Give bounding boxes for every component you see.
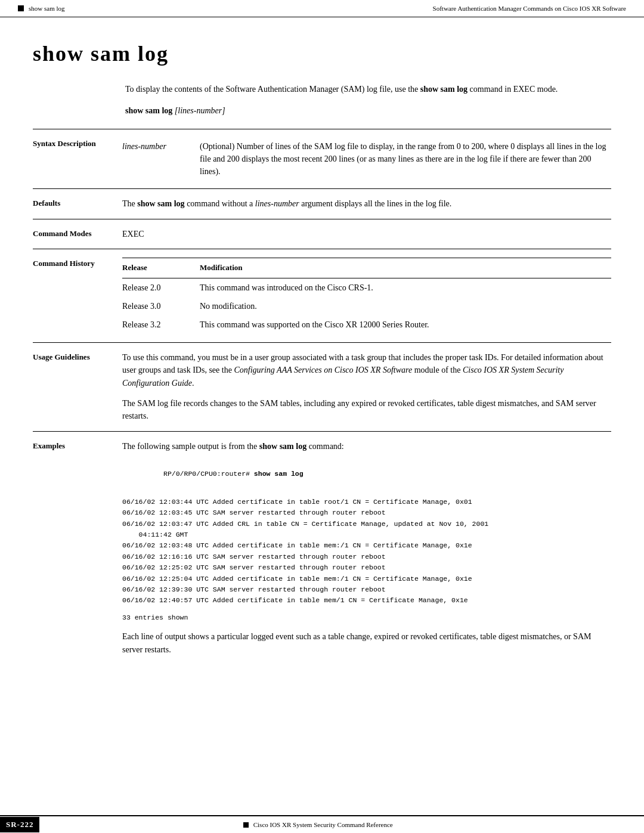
- usage-guidelines-section: Usage Guidelines To use this command, yo…: [33, 342, 611, 431]
- syntax-table: lines-number (Optional) Number of lines …: [122, 138, 611, 180]
- command-modes-content: EXEC: [122, 228, 611, 241]
- defaults-bold: show sam log: [137, 199, 184, 208]
- footer-center: Cisco IOS XR System Security Command Ref…: [231, 816, 405, 833]
- history-release: Release 3.2: [122, 315, 200, 334]
- syntax-rest: [lines-number]: [172, 106, 225, 115]
- syntax-line: show sam log [lines-number]: [125, 106, 611, 116]
- usage-para1: To use this command, you must be in a us…: [122, 351, 611, 390]
- footer-center-text: Cisco IOS XR System Security Command Ref…: [253, 821, 393, 828]
- syntax-description-content: lines-number (Optional) Number of lines …: [122, 138, 611, 180]
- description: To display the contents of the Software …: [125, 83, 611, 95]
- defaults-italic: lines-number: [255, 199, 299, 208]
- code-command: show sam log: [254, 470, 304, 478]
- description-bold: show sam log: [420, 85, 467, 94]
- syntax-desc: (Optional) Number of lines of the SAM lo…: [200, 138, 611, 180]
- command-modes-section: Command Modes EXEC: [33, 219, 611, 249]
- usage-para2: The SAM log file records changes to the …: [122, 397, 611, 423]
- history-table-row: Release 3.2This command was supported on…: [122, 315, 611, 334]
- command-history-section: Command History Release Modification Rel…: [33, 249, 611, 342]
- footer-square-icon: [243, 822, 249, 828]
- history-modification: This command was introduced on the Cisco…: [200, 278, 611, 297]
- footer: SR-222 Cisco IOS XR System Security Comm…: [0, 815, 644, 833]
- syntax-description-section: Syntax Description lines-number (Optiona…: [33, 129, 611, 188]
- entries-shown: 33 entries shown: [122, 612, 611, 623]
- header-right-text: Software Authentication Manager Commands…: [433, 5, 626, 12]
- history-release: Release 3.0: [122, 297, 200, 315]
- page-title: show sam log: [33, 41, 611, 66]
- syntax-param: lines-number: [122, 138, 200, 180]
- history-table-row: Release 2.0This command was introduced o…: [122, 278, 611, 297]
- footer-badge: SR-222: [0, 817, 39, 832]
- history-table-header-row: Release Modification: [122, 258, 611, 278]
- defaults-section: Defaults The show sam log command withou…: [33, 188, 611, 219]
- syntax-table-row: lines-number (Optional) Number of lines …: [122, 138, 611, 180]
- usage-guidelines-content: To use this command, you must be in a us…: [122, 351, 611, 423]
- examples-content: The following sample output is from the …: [122, 440, 611, 657]
- description-after: command in EXEC mode.: [467, 85, 558, 94]
- usage-para1-italic1: Configuring AAA Services on Cisco IOS XR…: [234, 366, 412, 374]
- syntax-description-label: Syntax Description: [33, 138, 122, 180]
- usage-para1-middle: module of the: [412, 366, 463, 374]
- code-lines: 06/16/02 12:03:44 UTC Added certificate …: [122, 497, 611, 606]
- history-release: Release 2.0: [122, 278, 200, 297]
- history-modification: This command was supported on the Cisco …: [200, 315, 611, 334]
- description-before: To display the contents of the Software …: [125, 85, 420, 94]
- header-left: show sam log: [18, 5, 65, 12]
- examples-section: Examples The following sample output is …: [33, 431, 611, 665]
- command-modes-label: Command Modes: [33, 228, 122, 241]
- main-content: show sam log To display the contents of …: [0, 17, 644, 700]
- page-container: show sam log Software Authentication Man…: [0, 0, 644, 833]
- examples-intro-after: command:: [306, 442, 344, 451]
- examples-intro: The following sample output is from the …: [122, 440, 611, 453]
- header-left-text: show sam log: [29, 5, 65, 12]
- defaults-middle: command without a: [185, 199, 255, 208]
- history-table-row: Release 3.0No modification.: [122, 297, 611, 315]
- history-col-modification: Modification: [200, 258, 611, 278]
- history-table: Release Modification Release 2.0This com…: [122, 258, 611, 333]
- defaults-content: The show sam log command without a lines…: [122, 197, 611, 210]
- command-history-label: Command History: [33, 258, 122, 333]
- usage-guidelines-label: Usage Guidelines: [33, 351, 122, 423]
- examples-intro-before: The following sample output is from the: [122, 442, 259, 451]
- defaults-after: argument displays all the lines in the l…: [299, 199, 452, 208]
- command-history-content: Release Modification Release 2.0This com…: [122, 258, 611, 333]
- usage-para1-after: .: [192, 379, 194, 388]
- examples-intro-bold: show sam log: [259, 442, 306, 451]
- syntax-bold: show sam log: [125, 106, 172, 115]
- defaults-label: Defaults: [33, 197, 122, 210]
- history-col-release: Release: [122, 258, 200, 278]
- code-block: RP/0/RP0/CPU0:router# show sam log: [122, 458, 611, 491]
- examples-closing: Each line of output shows a particular l…: [122, 630, 611, 656]
- history-modification: No modification.: [200, 297, 611, 315]
- code-prompt: RP/0/RP0/CPU0:router#: [163, 470, 254, 478]
- header-square-icon: [18, 5, 24, 11]
- defaults-before: The: [122, 199, 137, 208]
- command-modes-value: EXEC: [122, 230, 144, 239]
- examples-label: Examples: [33, 440, 122, 657]
- header-bar: show sam log Software Authentication Man…: [0, 0, 644, 17]
